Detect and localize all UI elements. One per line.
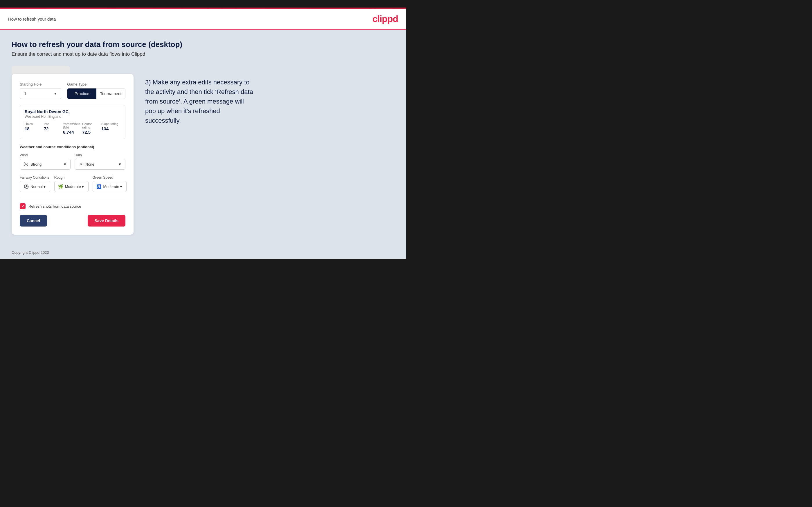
conditions-row-1: Wind 🌬 Strong ▼ Rain <box>20 153 125 170</box>
save-details-button[interactable]: Save Details <box>88 215 126 227</box>
starting-hole-group: Starting Hole 1 ▼ <box>20 82 61 99</box>
fairway-select[interactable]: ⚽ Normal ▼ <box>20 181 50 192</box>
rough-select-inner: 🌿 Moderate <box>58 184 81 189</box>
side-instruction: 3) Make any extra edits necessary to the… <box>145 77 255 125</box>
green-speed-select-inner: ♿ Moderate <box>96 184 119 189</box>
stat-slope-rating-label: Slope rating <box>101 122 120 126</box>
stat-slope-rating: Slope rating 134 <box>101 122 120 134</box>
stat-yards: Yards/White (M)) 6,744 <box>63 122 82 134</box>
rain-label: Rain <box>74 153 125 157</box>
stat-course-rating: Course rating 72.5 <box>82 122 101 134</box>
rough-group: Rough 🌿 Moderate ▼ <box>54 175 89 192</box>
rough-select[interactable]: 🌿 Moderate ▼ <box>54 181 89 192</box>
stat-holes-label: Holes <box>25 122 44 126</box>
tournament-button[interactable]: Tournament <box>96 89 125 99</box>
fairway-value: Normal <box>31 184 43 189</box>
top-bar <box>0 0 406 7</box>
stat-slope-rating-value: 134 <box>101 126 120 131</box>
logo: clippd <box>372 14 398 24</box>
cancel-button[interactable]: Cancel <box>20 215 47 227</box>
stat-course-rating-label: Course rating <box>82 122 101 129</box>
main-content: How to refresh your data from source (de… <box>0 30 406 246</box>
green-speed-chevron-icon: ▼ <box>119 184 123 189</box>
wind-icon: 🌬 <box>23 162 29 167</box>
card-container: Starting Hole 1 ▼ Game Type Practice Tou… <box>12 66 134 235</box>
stat-holes: Holes 18 <box>25 122 44 134</box>
wind-select-inner: 🌬 Strong <box>23 162 42 167</box>
top-select-row: Starting Hole 1 ▼ Game Type Practice Tou… <box>20 82 125 99</box>
rain-select[interactable]: ☀ None ▼ <box>74 159 125 170</box>
rough-icon: 🌿 <box>58 184 63 189</box>
stat-yards-value: 6,744 <box>63 130 82 134</box>
green-speed-select[interactable]: ♿ Moderate ▼ <box>93 181 127 192</box>
wind-group: Wind 🌬 Strong ▼ <box>20 153 70 170</box>
fairway-group: Fairway Conditions ⚽ Normal ▼ <box>20 175 50 192</box>
starting-hole-label: Starting Hole <box>20 82 61 87</box>
course-location: Westward Ho!, England <box>25 115 120 119</box>
rough-label: Rough <box>54 175 89 179</box>
game-type-label: Game Type <box>67 82 125 87</box>
game-type-group: Game Type Practice Tournament <box>67 82 125 99</box>
fairway-select-inner: ⚽ Normal <box>23 184 43 189</box>
starting-hole-select[interactable]: 1 ▼ <box>20 88 61 99</box>
button-row: Cancel Save Details <box>20 215 125 227</box>
checkmark-icon: ✓ <box>21 204 24 209</box>
course-name: Royal North Devon GC, <box>25 109 120 114</box>
header: How to refresh your data clippd <box>0 9 406 30</box>
green-speed-value: Moderate <box>103 184 119 189</box>
conditions-section-title: Weather and course conditions (optional) <box>20 145 125 149</box>
content-area: Starting Hole 1 ▼ Game Type Practice Tou… <box>12 66 395 235</box>
rough-value: Moderate <box>65 184 81 189</box>
header-title: How to refresh your data <box>8 16 56 21</box>
green-speed-label: Green Speed <box>93 175 127 179</box>
side-text: 3) Make any extra edits necessary to the… <box>145 66 395 125</box>
game-type-buttons: Practice Tournament <box>67 88 125 99</box>
practice-button[interactable]: Practice <box>67 89 96 99</box>
page-subheading: Ensure the correct and most up to date d… <box>12 51 395 57</box>
wind-label: Wind <box>20 153 70 157</box>
stat-course-rating-value: 72.5 <box>82 130 101 134</box>
rain-value: None <box>85 162 94 167</box>
stat-par-label: Par <box>44 122 63 126</box>
stat-holes-value: 18 <box>25 126 44 131</box>
rough-chevron-icon: ▼ <box>81 184 85 189</box>
stat-par: Par 72 <box>44 122 63 134</box>
course-stats: Holes 18 Par 72 Yards/White (M)) 6,744 <box>25 122 120 134</box>
stat-yards-label: Yards/White (M)) <box>63 122 82 129</box>
starting-hole-value: 1 <box>24 91 27 96</box>
green-speed-group: Green Speed ♿ Moderate ▼ <box>93 175 127 192</box>
rain-icon: ☀ <box>79 162 84 167</box>
copyright-text: Copyright Clippd 2022 <box>12 250 49 255</box>
fairway-label: Fairway Conditions <box>20 175 50 179</box>
course-info-box: Royal North Devon GC, Westward Ho!, Engl… <box>20 105 125 139</box>
refresh-checkbox[interactable]: ✓ <box>20 203 26 209</box>
wind-select[interactable]: 🌬 Strong ▼ <box>20 159 70 170</box>
rain-chevron-icon: ▼ <box>118 162 122 167</box>
starting-hole-chevron-icon: ▼ <box>53 92 57 96</box>
wind-value: Strong <box>31 162 42 167</box>
refresh-checkbox-label: Refresh shots from data source <box>29 204 81 209</box>
rain-select-inner: ☀ None <box>79 162 94 167</box>
stat-par-value: 72 <box>44 126 63 131</box>
card-stub <box>12 66 70 74</box>
refresh-checkbox-row: ✓ Refresh shots from data source <box>20 203 125 209</box>
rain-group: Rain ☀ None ▼ <box>74 153 125 170</box>
footer: Copyright Clippd 2022 <box>0 246 406 259</box>
divider <box>20 198 125 198</box>
wind-chevron-icon: ▼ <box>63 162 67 167</box>
fairway-chevron-icon: ▼ <box>43 184 46 189</box>
green-speed-icon: ♿ <box>96 184 102 189</box>
page-heading: How to refresh your data from source (de… <box>12 40 395 49</box>
form-card: Starting Hole 1 ▼ Game Type Practice Tou… <box>12 74 134 235</box>
conditions-row-2: Fairway Conditions ⚽ Normal ▼ Rough <box>20 175 125 192</box>
fairway-icon: ⚽ <box>23 184 29 189</box>
